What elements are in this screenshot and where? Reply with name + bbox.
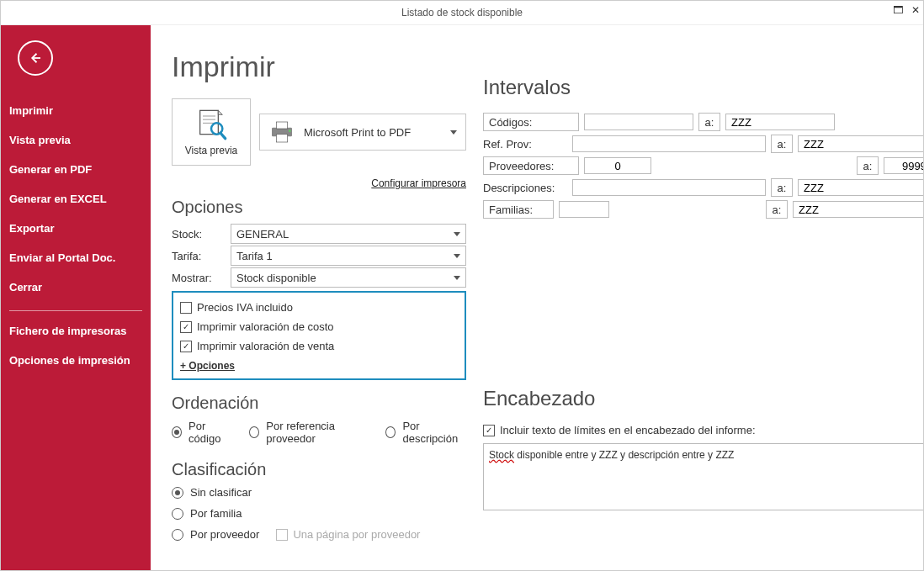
sidebar: Imprimir Vista previa Generar en PDF Gen… <box>1 25 151 570</box>
radio-por-familia-label: Por familia <box>190 507 242 520</box>
radio-por-referencia[interactable]: Por referencia proveedor <box>249 420 369 445</box>
stock-select[interactable]: GENERAL <box>231 224 466 244</box>
chevron-down-icon <box>454 276 460 280</box>
radio-por-descripcion[interactable]: Por descripción <box>385 420 466 445</box>
sidebar-divider <box>9 310 142 311</box>
radio-por-codigo[interactable]: Por código <box>172 420 232 445</box>
opciones-panel: Precios IVA incluido ✓ Imprimir valoraci… <box>172 291 466 380</box>
titlebar: Listado de stock disponible 🗖 ✕ <box>1 1 923 25</box>
sidebar-item-exportar[interactable]: Exportar <box>9 214 151 243</box>
stock-label: Stock: <box>172 228 231 241</box>
mostrar-label: Mostrar: <box>172 272 231 284</box>
clasificacion-heading: Clasificación <box>172 460 466 479</box>
printer-name: Microsoft Print to PDF <box>304 126 411 139</box>
radio-por-proveedor[interactable]: Por proveedor <box>172 528 259 541</box>
sidebar-item-cerrar[interactable]: Cerrar <box>9 272 151 302</box>
chk-iva-label: Precios IVA incluido <box>197 301 293 314</box>
tarifa-label: Tarifa: <box>172 250 231 262</box>
refprov-label: Ref. Prov: <box>483 138 567 151</box>
radio-por-descripcion-label: Por descripción <box>402 420 466 445</box>
codigos-from-input[interactable] <box>584 114 693 130</box>
radio-por-referencia-label: Por referencia proveedor <box>266 420 369 445</box>
tarifa-select[interactable]: Tarifa 1 <box>231 246 466 266</box>
sidebar-item-opciones-impresion[interactable]: Opciones de impresión <box>9 346 151 375</box>
back-button[interactable] <box>18 40 53 76</box>
radio-por-codigo-label: Por código <box>189 420 232 445</box>
vista-previa-label: Vista previa <box>185 145 237 156</box>
vista-previa-button[interactable]: Vista previa <box>172 98 251 166</box>
page-title: Imprimir <box>172 50 466 83</box>
radio-por-familia[interactable]: Por familia <box>172 507 242 520</box>
window-close-icon[interactable]: ✕ <box>911 4 920 16</box>
chevron-down-icon <box>454 232 460 236</box>
printer-icon <box>268 120 295 144</box>
codigos-label: Códigos: <box>483 113 579 131</box>
chevron-down-icon <box>450 130 457 135</box>
a-label: a: <box>857 156 879 175</box>
familias-from-input[interactable] <box>559 201 609 218</box>
mostrar-select[interactable]: Stock disponible <box>231 267 466 288</box>
chk-incluir-texto[interactable]: ✓ <box>483 425 495 436</box>
mostrar-value: Stock disponible <box>236 272 316 284</box>
window-maximize-icon[interactable]: 🗖 <box>893 4 903 16</box>
sidebar-item-vista-previa[interactable]: Vista previa <box>9 125 151 155</box>
sidebar-item-enviar-portal[interactable]: Enviar al Portal Doc. <box>9 243 151 272</box>
proveedores-label: Proveedores: <box>483 156 579 175</box>
a-label: a: <box>698 113 720 131</box>
stock-value: GENERAL <box>236 228 289 241</box>
refprov-to-input[interactable] <box>798 135 923 152</box>
proveedores-to-input[interactable] <box>884 157 923 174</box>
svg-point-9 <box>289 130 291 132</box>
descripciones-label: Descripciones: <box>483 182 567 194</box>
descripciones-from-input[interactable] <box>572 179 766 196</box>
radio-sin-clasificar-label: Sin clasificar <box>190 486 252 499</box>
sidebar-item-generar-excel[interactable]: Generar en EXCEL <box>9 184 151 214</box>
ordenacion-heading: Ordenación <box>172 394 466 413</box>
window-title: Listado de stock disponible <box>1 7 923 19</box>
opciones-heading: Opciones <box>172 198 466 217</box>
encabezado-text-rest: disponible entre y ZZZ y descripción ent… <box>514 449 734 461</box>
a-label: a: <box>771 178 793 197</box>
chevron-down-icon <box>454 254 460 258</box>
radio-sin-clasificar[interactable]: Sin clasificar <box>172 486 252 499</box>
chk-costo-label: Imprimir valoración de costo <box>197 320 334 333</box>
chk-costo[interactable]: ✓ <box>180 321 192 333</box>
refprov-from-input[interactable] <box>572 135 766 152</box>
more-options-link[interactable]: + Opciones <box>180 360 235 372</box>
proveedores-from-input[interactable] <box>584 157 651 174</box>
chk-venta[interactable]: ✓ <box>180 341 192 352</box>
chk-iva[interactable] <box>180 302 192 314</box>
tarifa-value: Tarifa 1 <box>236 250 273 262</box>
chk-venta-label: Imprimir valoración de venta <box>197 340 334 352</box>
a-label: a: <box>771 135 793 153</box>
familias-label: Familias: <box>483 200 554 219</box>
encabezado-heading: Encabezado <box>483 387 923 410</box>
intervalos-heading: Intervalos <box>483 76 923 99</box>
svg-rect-7 <box>276 122 287 129</box>
printer-select[interactable]: Microsoft Print to PDF <box>259 114 466 151</box>
sidebar-item-fichero-impresoras[interactable]: Fichero de impresoras <box>9 316 151 346</box>
codigos-to-input[interactable] <box>725 114 835 130</box>
svg-line-5 <box>220 133 226 139</box>
encabezado-textarea[interactable]: Stock disponible entre y ZZZ y descripci… <box>483 443 923 510</box>
encabezado-text-prefix: Stock <box>489 449 514 461</box>
a-label: a: <box>766 200 788 219</box>
configure-printer-link[interactable]: Configurar impresora <box>371 177 466 189</box>
back-arrow-icon <box>28 50 43 66</box>
sidebar-item-imprimir[interactable]: Imprimir <box>9 96 151 125</box>
chk-incluir-texto-label: Incluir texto de límites en el encabezad… <box>500 424 756 436</box>
chk-una-pagina-label: Una página por proveedor <box>293 528 420 541</box>
sidebar-item-generar-pdf[interactable]: Generar en PDF <box>9 155 151 184</box>
svg-rect-8 <box>276 135 287 142</box>
radio-por-proveedor-label: Por proveedor <box>190 528 259 541</box>
chk-una-pagina <box>276 529 288 541</box>
preview-icon <box>194 108 228 141</box>
descripciones-to-input[interactable] <box>798 179 923 196</box>
familias-to-input[interactable] <box>793 201 923 218</box>
